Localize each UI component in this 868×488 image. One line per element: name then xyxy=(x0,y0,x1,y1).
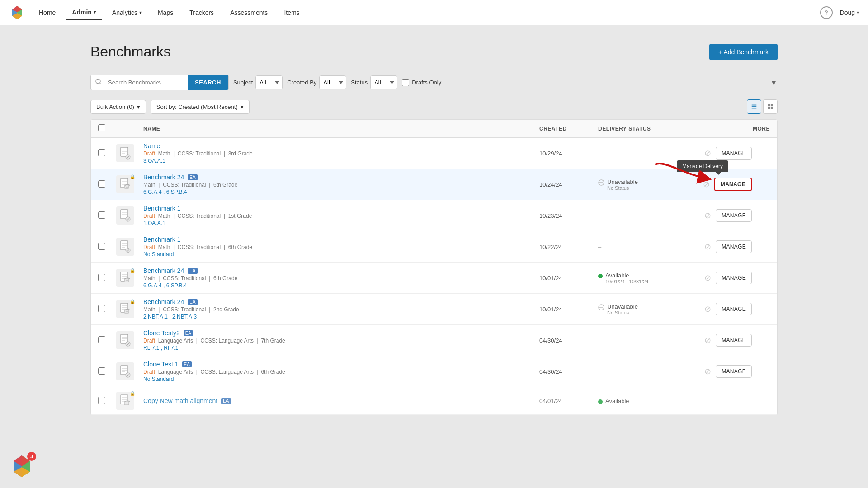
row-more-col: ⋮ xyxy=(752,147,770,159)
row-manage-col: ⊘ MANAGE xyxy=(698,240,752,253)
row-select-checkbox[interactable] xyxy=(98,305,105,312)
table-row: Benchmark 24 EA Math | CCSS: Traditional… xyxy=(91,169,777,200)
manage-button[interactable]: MANAGE xyxy=(716,272,752,284)
row-name-col: Copy New math alignment EA xyxy=(143,397,539,404)
sort-button[interactable]: Sort by: Created (Most Recent) ▾ xyxy=(151,100,250,114)
more-options-button[interactable]: ⋮ xyxy=(758,178,770,190)
nav-logo[interactable] xyxy=(9,5,25,21)
benchmark-name-link[interactable]: Benchmark 24 EA xyxy=(143,174,539,181)
col-name: NAME xyxy=(143,126,539,132)
more-options-button[interactable]: ⋮ xyxy=(758,147,770,159)
logo-icon xyxy=(9,5,25,20)
row-delivery: Available xyxy=(598,398,698,404)
drafts-filter[interactable]: Drafts Only xyxy=(402,79,441,86)
page-title: Benchmarks xyxy=(90,43,171,60)
bottom-app-icon[interactable]: 3 xyxy=(9,454,34,479)
drafts-checkbox[interactable] xyxy=(402,79,409,86)
available-dot xyxy=(598,274,603,278)
manage-button[interactable]: MANAGE xyxy=(714,178,752,191)
more-options-button[interactable]: ⋮ xyxy=(758,210,770,221)
nav-items[interactable]: Items xyxy=(278,5,306,20)
manage-button[interactable]: MANAGE xyxy=(716,147,752,160)
row-created: 10/22/24 xyxy=(539,244,598,250)
row-select-checkbox[interactable] xyxy=(98,149,105,156)
grid-view-button[interactable] xyxy=(763,99,778,114)
benchmark-name-link[interactable]: Clone Testy2 EA xyxy=(143,329,539,337)
nav-assessments[interactable]: Assessments xyxy=(224,5,274,20)
select-all-checkbox[interactable] xyxy=(98,124,105,131)
user-menu[interactable]: Doug ▾ xyxy=(840,9,859,16)
status-select[interactable]: All xyxy=(370,75,397,89)
row-select-checkbox[interactable] xyxy=(98,367,105,375)
nav-admin[interactable]: Admin ▾ xyxy=(66,5,102,20)
delivery-icon: ⊘ xyxy=(703,179,710,189)
nav-maps[interactable]: Maps xyxy=(151,5,179,20)
delivery-icon: ⊘ xyxy=(704,366,711,376)
more-options-button[interactable]: ⋮ xyxy=(758,366,770,377)
manage-delivery-tooltip: Manage Delivery xyxy=(677,160,728,172)
row-more-col: ⋮ xyxy=(752,241,770,253)
more-options-button[interactable]: ⋮ xyxy=(758,241,770,253)
row-select-checkbox[interactable] xyxy=(98,211,105,219)
subject-select[interactable]: All xyxy=(255,75,283,89)
row-created: 10/23/24 xyxy=(539,212,598,219)
row-select-checkbox[interactable] xyxy=(98,274,105,281)
manage-button[interactable]: MANAGE xyxy=(716,365,752,378)
list-view-icon xyxy=(751,103,757,110)
more-options-button[interactable]: ⋮ xyxy=(758,334,770,346)
row-created: 10/01/24 xyxy=(539,306,598,313)
list-view-button[interactable] xyxy=(747,99,761,114)
search-button[interactable]: SEARCH xyxy=(188,75,228,90)
row-select-checkbox[interactable] xyxy=(98,397,105,404)
table-header: NAME CREATED DELIVERY STATUS MORE xyxy=(91,120,777,138)
benchmark-name-link[interactable]: Benchmark 1 xyxy=(143,205,539,212)
row-name-col: Benchmark 24 EA Math | CCSS: Traditional… xyxy=(143,267,539,289)
more-options-button[interactable]: ⋮ xyxy=(758,272,770,284)
row-manage-col: Manage Delivery ⊘ MANAGE xyxy=(698,178,752,191)
benchmark-name-link[interactable]: Benchmark 24 EA xyxy=(143,267,539,274)
table-row: Benchmark 1 Draft: Math | CCSS: Traditio… xyxy=(91,200,777,231)
table-row: Benchmark 24 EA Math | CCSS: Traditional… xyxy=(91,263,777,294)
manage-button[interactable]: MANAGE xyxy=(716,303,752,315)
row-select-checkbox[interactable] xyxy=(98,243,105,250)
manage-button[interactable]: MANAGE xyxy=(716,209,752,222)
delivery-icon: ⊘ xyxy=(704,273,711,283)
search-input[interactable] xyxy=(106,75,188,89)
nav-home[interactable]: Home xyxy=(33,5,62,20)
bulk-chevron-icon: ▾ xyxy=(137,103,140,110)
benchmark-name-link[interactable]: Clone Test 1 EA xyxy=(143,361,539,368)
row-delivery: Available 10/01/24 - 10/31/24 xyxy=(598,272,698,284)
manage-button[interactable]: MANAGE xyxy=(716,334,752,347)
more-options-button[interactable]: ⋮ xyxy=(758,395,770,407)
help-button[interactable]: ? xyxy=(820,6,833,19)
row-select-checkbox[interactable] xyxy=(98,336,105,343)
user-chevron-icon: ▾ xyxy=(857,10,859,15)
ea-badge: EA xyxy=(188,174,197,180)
row-checkbox-cell xyxy=(98,243,116,251)
row-more-col: ⋮ xyxy=(752,395,770,407)
more-options-button[interactable]: ⋮ xyxy=(758,303,770,315)
benchmark-name-link[interactable]: Copy New math alignment EA xyxy=(143,397,539,404)
bulk-action-button[interactable]: Bulk Action (0) ▾ xyxy=(90,100,146,114)
view-toggle xyxy=(747,99,778,114)
created-by-select[interactable]: All xyxy=(319,75,346,89)
row-name-col: Clone Test 1 EA Draft: Language Arts | C… xyxy=(143,361,539,382)
manage-button[interactable]: MANAGE xyxy=(716,240,752,253)
search-icon xyxy=(91,75,106,90)
row-created: 10/01/24 xyxy=(539,275,598,282)
row-manage-col: ⊘ MANAGE xyxy=(698,272,752,284)
row-icon-locked xyxy=(116,392,134,410)
row-select-checkbox[interactable] xyxy=(98,180,105,188)
benchmark-name-link[interactable]: Benchmark 1 xyxy=(143,236,539,243)
benchmark-name-link[interactable]: Benchmark 24 EA xyxy=(143,298,539,305)
add-benchmark-button[interactable]: + Add Benchmark xyxy=(709,44,778,60)
nav-trackers[interactable]: Trackers xyxy=(183,5,220,20)
benchmark-name-link[interactable]: Name xyxy=(143,142,539,150)
expand-filters-button[interactable]: ▾ xyxy=(770,76,778,89)
nav-analytics[interactable]: Analytics ▾ xyxy=(106,5,148,20)
row-delivery: – xyxy=(598,337,698,344)
row-icon-locked xyxy=(116,269,134,287)
row-checkbox-cell xyxy=(98,149,116,158)
table-row: Benchmark 1 Draft: Math | CCSS: Traditio… xyxy=(91,231,777,263)
svg-point-30 xyxy=(126,217,130,221)
